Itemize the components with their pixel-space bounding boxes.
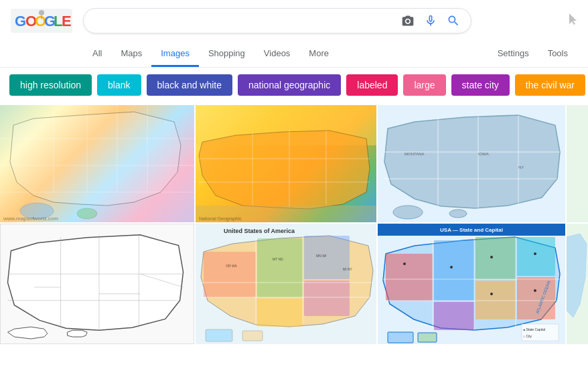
- map-svg-3: MONTANA IOWA NY: [378, 105, 565, 222]
- svg-text:NY: NY: [518, 165, 524, 169]
- svg-rect-71: [475, 237, 516, 279]
- image-result-5[interactable]: [0, 224, 194, 344]
- camera-icon: [401, 14, 415, 27]
- svg-rect-54: [304, 281, 350, 316]
- svg-text:United States of America: United States of America: [224, 228, 295, 234]
- svg-text:● State Capital: ● State Capital: [523, 327, 545, 331]
- svg-rect-53: [304, 236, 350, 279]
- map-svg-4: [567, 105, 588, 222]
- chip-the-civil-war[interactable]: the civil war: [515, 74, 585, 96]
- svg-point-18: [77, 208, 97, 219]
- nav-item-settings[interactable]: Settings: [488, 42, 538, 67]
- header: G O O G L E united states map: [0, 0, 588, 42]
- svg-rect-64: [206, 329, 232, 341]
- svg-text:G: G: [15, 13, 26, 29]
- search-submit-button[interactable]: [445, 13, 461, 29]
- image-result-4[interactable]: [567, 105, 588, 222]
- svg-point-37: [393, 206, 423, 219]
- svg-text:USA — State and Capital: USA — State and Capital: [440, 227, 503, 233]
- svg-rect-52: [257, 238, 303, 297]
- svg-rect-87: [388, 332, 413, 343]
- chip-large[interactable]: large: [403, 74, 445, 96]
- nav-right: Settings Tools: [488, 42, 577, 67]
- search-icon: [447, 14, 460, 27]
- navigation: All Maps Images Shopping Videos More Set…: [0, 42, 588, 68]
- image-result-2[interactable]: National Geographic: [196, 105, 376, 222]
- search-input[interactable]: united states map: [93, 15, 394, 27]
- nav-item-more[interactable]: More: [299, 42, 338, 67]
- image-row-2: United States of America OR WA M: [0, 224, 588, 344]
- chip-labeled[interactable]: labeled: [346, 74, 398, 96]
- svg-point-84: [534, 252, 536, 255]
- search-icons-group: [400, 13, 461, 29]
- map-svg-1: www.mapsofworld.com: [0, 105, 194, 222]
- nav-item-all[interactable]: All: [83, 42, 111, 67]
- svg-rect-70: [434, 240, 474, 301]
- svg-rect-74: [517, 237, 555, 276]
- chip-national-geographic[interactable]: national geographic: [238, 74, 341, 96]
- nav-item-videos[interactable]: Videos: [254, 42, 300, 67]
- image-grid: www.mapsofworld.com Nation: [0, 102, 588, 347]
- svg-point-38: [449, 210, 467, 218]
- nav-item-shopping[interactable]: Shopping: [199, 42, 254, 67]
- svg-text:MN WI: MN WI: [316, 254, 326, 258]
- map-svg-7: USA — State and Capital: [378, 224, 565, 344]
- camera-search-button[interactable]: [400, 13, 416, 29]
- nav-item-images[interactable]: Images: [151, 42, 199, 67]
- svg-text:MI NY: MI NY: [343, 267, 353, 271]
- image-result-8[interactable]: [567, 224, 588, 344]
- svg-text:MT ND: MT ND: [273, 257, 283, 261]
- svg-point-82: [450, 266, 453, 268]
- filter-chips-row: high resolution blank black and white na…: [0, 68, 588, 102]
- svg-point-85: [490, 293, 493, 295]
- svg-rect-55: [257, 299, 303, 327]
- chip-state-city[interactable]: state city: [451, 74, 510, 96]
- nav-item-maps[interactable]: Maps: [111, 42, 151, 67]
- map-svg-8: [567, 224, 588, 344]
- svg-rect-88: [418, 333, 437, 342]
- svg-text:OR WA: OR WA: [226, 264, 237, 268]
- map-svg-2: National Geographic: [196, 105, 376, 222]
- svg-rect-39: [567, 105, 588, 222]
- nav-item-tools[interactable]: Tools: [538, 42, 577, 67]
- chip-black-and-white[interactable]: black and white: [147, 74, 233, 96]
- svg-rect-65: [242, 331, 263, 341]
- svg-point-7: [39, 10, 44, 15]
- image-result-7[interactable]: USA — State and Capital: [378, 224, 565, 344]
- svg-text:National Geographic: National Geographic: [199, 216, 242, 222]
- microphone-icon: [424, 14, 437, 27]
- svg-rect-72: [475, 281, 516, 319]
- svg-text:IOWA: IOWA: [478, 152, 489, 156]
- nav-left: All Maps Images Shopping Videos More: [83, 42, 338, 67]
- chip-blank[interactable]: blank: [97, 74, 141, 96]
- svg-rect-73: [434, 302, 474, 330]
- map-svg-5: [1, 224, 194, 343]
- image-result-1[interactable]: www.mapsofworld.com: [0, 105, 194, 222]
- svg-text:MONTANA: MONTANA: [405, 152, 425, 156]
- google-logo[interactable]: G O O G L E: [11, 9, 72, 33]
- svg-rect-90: [522, 324, 559, 341]
- chip-high-resolution[interactable]: high resolution: [9, 74, 92, 96]
- image-result-6[interactable]: United States of America OR WA M: [196, 224, 376, 344]
- search-bar: united states map: [83, 8, 471, 33]
- svg-point-81: [403, 262, 406, 265]
- image-row-1: www.mapsofworld.com Nation: [0, 105, 588, 222]
- svg-rect-51: [204, 252, 256, 297]
- svg-point-83: [490, 256, 493, 258]
- image-result-3[interactable]: MONTANA IOWA NY: [378, 105, 565, 222]
- svg-point-86: [534, 289, 536, 292]
- voice-search-button[interactable]: [423, 13, 439, 29]
- svg-text:www.mapsofworld.com: www.mapsofworld.com: [3, 216, 58, 222]
- svg-rect-69: [386, 254, 433, 301]
- cursor-indicator: [569, 13, 577, 28]
- svg-text:○ City: ○ City: [523, 334, 532, 338]
- map-svg-6: United States of America OR WA M: [196, 224, 376, 344]
- svg-text:E: E: [62, 13, 72, 29]
